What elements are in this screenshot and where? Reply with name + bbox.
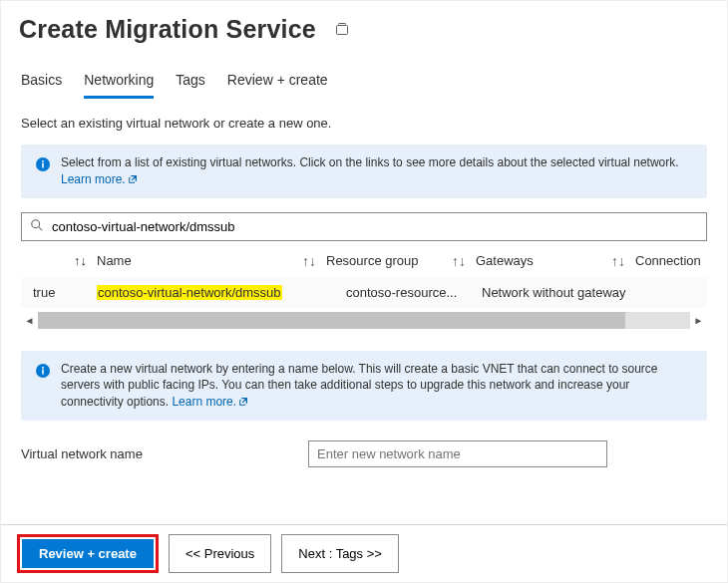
svg-rect-4 (42, 160, 44, 162)
vnet-search-input[interactable] (50, 218, 698, 235)
page-title: Create Migration Service (19, 15, 316, 44)
intro-text: Select an existing virtual network or cr… (21, 116, 707, 131)
svg-line-6 (39, 226, 43, 230)
info-icon (35, 363, 51, 382)
info-text-1: Select from a list of existing virtual n… (61, 155, 679, 169)
svg-rect-0 (336, 25, 347, 34)
table-header: ↑↓ Name ↑↓ Resource group ↑↓ Gateways ↑↓… (21, 245, 707, 277)
external-link-icon (128, 174, 138, 184)
svg-rect-8 (42, 369, 44, 374)
header-resource-group[interactable]: Resource group (326, 253, 419, 268)
cell-gateways: Network without gateway (476, 285, 635, 300)
sort-icon[interactable]: ↑↓ (132, 253, 326, 269)
scroll-right-icon[interactable]: ► (690, 312, 707, 329)
header-gateways[interactable]: Gateways (476, 253, 534, 268)
vnet-table: ↑↓ Name ↑↓ Resource group ↑↓ Gateways ↑↓… (21, 245, 707, 329)
info-icon (35, 156, 51, 175)
scroll-left-icon[interactable]: ◄ (21, 312, 38, 329)
horizontal-scrollbar[interactable]: ◄ ► (21, 312, 707, 329)
wizard-footer: Review + create << Previous Next : Tags … (1, 524, 727, 582)
tab-bar: Basics Networking Tags Review + create (1, 44, 727, 100)
table-row[interactable]: true contoso-virtual-network/dmssub cont… (21, 277, 707, 308)
previous-button[interactable]: << Previous (169, 534, 271, 573)
vnet-name-input[interactable] (308, 440, 607, 467)
sort-icon[interactable]: ↑↓ (74, 253, 87, 268)
info-existing-vnet: Select from a list of existing virtual n… (21, 145, 707, 198)
learn-more-label-2: Learn more. (172, 395, 236, 409)
sort-icon[interactable]: ↑↓ (534, 253, 635, 269)
search-icon (30, 218, 44, 235)
header-connections[interactable]: Connections (635, 253, 701, 268)
cell-name: contoso-virtual-network/dmssub (97, 285, 326, 300)
svg-rect-3 (42, 163, 44, 168)
tab-basics[interactable]: Basics (21, 72, 62, 99)
svg-rect-9 (42, 367, 44, 369)
cell-selected: true (27, 285, 97, 300)
vnet-search-box[interactable] (21, 212, 707, 241)
sort-icon[interactable]: ↑↓ (419, 253, 477, 269)
highlight-annotation: Review + create (17, 534, 159, 573)
external-link-icon (238, 397, 248, 407)
learn-more-link-2[interactable]: Learn more. (172, 395, 248, 409)
vnet-name-label: Virtual network name (21, 446, 298, 461)
svg-rect-1 (339, 23, 345, 25)
svg-point-5 (32, 219, 40, 227)
tab-review[interactable]: Review + create (227, 72, 328, 99)
feedback-icon[interactable] (334, 22, 350, 38)
review-create-button[interactable]: Review + create (22, 539, 154, 568)
header-name[interactable]: Name (97, 253, 132, 268)
next-button[interactable]: Next : Tags >> (281, 534, 399, 573)
info-create-vnet: Create a new virtual network by entering… (21, 351, 707, 421)
cell-resource-group: contoso-resource... (326, 285, 476, 300)
tab-networking[interactable]: Networking (84, 72, 154, 99)
learn-more-label-1: Learn more. (61, 172, 126, 186)
info-text-2: Create a new virtual network by entering… (61, 362, 658, 410)
tab-tags[interactable]: Tags (176, 72, 205, 99)
learn-more-link-1[interactable]: Learn more. (61, 172, 138, 186)
